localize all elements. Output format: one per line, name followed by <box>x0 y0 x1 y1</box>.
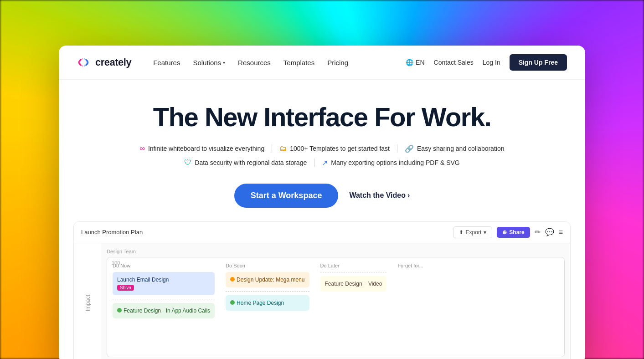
edit-icon[interactable]: ✏ <box>535 228 541 236</box>
nav-templates[interactable]: Templates <box>283 59 314 67</box>
feature-security: 🛡 Data security with regional data stora… <box>177 159 314 167</box>
nav-resources[interactable]: Resources <box>238 59 271 67</box>
design-team-label: Design Team <box>107 249 565 254</box>
kanban-board: 100 Do Now Launch Email Design Shiva Fea… <box>107 257 565 357</box>
navbar: creately Features Solutions ▾ Resources … <box>59 46 585 80</box>
dashed-divider-2 <box>226 291 309 292</box>
nav-solutions[interactable]: Solutions ▾ <box>193 59 225 67</box>
kanban-card-home-page: Home Page Design <box>226 295 309 311</box>
col-header-do-later: Do Later <box>320 263 387 268</box>
chevron-down-icon: ▾ <box>484 229 486 236</box>
templates-icon: 🗂 <box>279 144 287 153</box>
feature-sharing: 🔗 Easy sharing and collaboration <box>397 144 511 153</box>
chevron-down-icon: ▾ <box>223 60 225 65</box>
card-tag-shiva: Shiva <box>117 285 134 291</box>
nav-features[interactable]: Features <box>153 59 180 67</box>
hero-features-row2: 🛡 Data security with regional data stora… <box>77 159 567 167</box>
chevron-right-icon: › <box>407 191 410 200</box>
demo-canvas: Design Team 100 Do Now Launch Email Desi… <box>101 243 570 359</box>
export-icon: ⬆ <box>459 229 464 236</box>
hero-section: The New Interface For Work. ∞ Infinite w… <box>59 80 585 221</box>
kanban-card-design-update: Design Update: Mega menu <box>226 272 309 287</box>
shield-icon: 🛡 <box>184 159 191 167</box>
col-header-do-soon: Do Soon <box>226 263 309 268</box>
logo[interactable]: creately <box>77 56 131 68</box>
main-content-card: creately Features Solutions ▾ Resources … <box>59 46 585 359</box>
y-axis-label: Impact <box>74 243 101 359</box>
feature-export: ↗ Many exporting options including PDF &… <box>314 159 467 167</box>
logo-text: creately <box>95 56 131 68</box>
nav-pricing[interactable]: Pricing <box>327 59 348 67</box>
demo-share-button[interactable]: ⊕ Share <box>497 227 530 238</box>
share-icon: 🔗 <box>405 144 414 153</box>
share-icon: ⊕ <box>502 229 507 236</box>
dot-green-icon-2 <box>230 300 235 305</box>
contact-sales-link[interactable]: Contact Sales <box>434 59 474 66</box>
dashed-divider <box>113 299 215 299</box>
kanban-col-do-soon: Do Soon Design Update: Mega menu Home Pa… <box>226 263 309 351</box>
infinite-icon: ∞ <box>140 144 145 153</box>
dot-green-icon <box>117 308 122 313</box>
comment-icon[interactable]: 💬 <box>545 228 554 236</box>
kanban-card-email-design: Launch Email Design Shiva <box>113 272 215 295</box>
demo-title: Launch Promotion Plan <box>81 229 448 236</box>
col-header-forget: Forget for... <box>397 263 461 268</box>
kanban-col-do-now: Do Now Launch Email Design Shiva Feature… <box>113 263 215 351</box>
demo-toolbar: Launch Promotion Plan ⬆ Export ▾ ⊕ Share… <box>74 222 570 243</box>
kanban-col-forget: Forget for... <box>397 263 461 351</box>
nav-links: Features Solutions ▾ Resources Templates… <box>153 59 391 67</box>
x-axis-label: 100 <box>112 260 120 266</box>
logo-icon <box>77 57 92 68</box>
hero-cta: Start a Workspace Watch the Video › <box>77 184 567 208</box>
language-selector[interactable]: 🌐 EN <box>406 59 424 66</box>
demo-export-button[interactable]: ⬆ Export ▾ <box>453 226 493 238</box>
start-workspace-button[interactable]: Start a Workspace <box>234 184 339 208</box>
col-header-do-now: Do Now <box>113 263 215 268</box>
signup-button[interactable]: Sign Up Free <box>510 54 567 71</box>
kanban-card-video: Feature Design – Video <box>320 276 387 292</box>
export-icon: ↗ <box>322 159 328 167</box>
hero-features-row1: ∞ Infinite whiteboard to visualize every… <box>77 144 567 153</box>
demo-preview: Launch Promotion Plan ⬆ Export ▾ ⊕ Share… <box>73 221 571 359</box>
demo-body: Impact Design Team 100 Do Now Launch Ema… <box>74 243 570 359</box>
login-link[interactable]: Log In <box>483 59 500 66</box>
kanban-card-feature-design: Feature Design - In App Audio Calls <box>113 303 215 318</box>
dashed-divider-3 <box>320 272 387 272</box>
dot-orange-icon <box>230 277 235 282</box>
watch-video-link[interactable]: Watch the Video › <box>349 191 410 200</box>
feature-infinite: ∞ Infinite whiteboard to visualize every… <box>133 144 273 153</box>
kanban-col-do-later: Do Later Feature Design – Video <box>320 263 387 351</box>
demo-toolbar-icons: ✏ 💬 ≡ <box>535 228 563 236</box>
settings-icon[interactable]: ≡ <box>559 228 563 236</box>
feature-templates: 🗂 1000+ Templates to get started fast <box>272 144 397 153</box>
nav-right: 🌐 EN Contact Sales Log In Sign Up Free <box>406 54 567 71</box>
hero-title: The New Interface For Work. <box>77 103 567 132</box>
globe-icon: 🌐 <box>406 59 413 66</box>
